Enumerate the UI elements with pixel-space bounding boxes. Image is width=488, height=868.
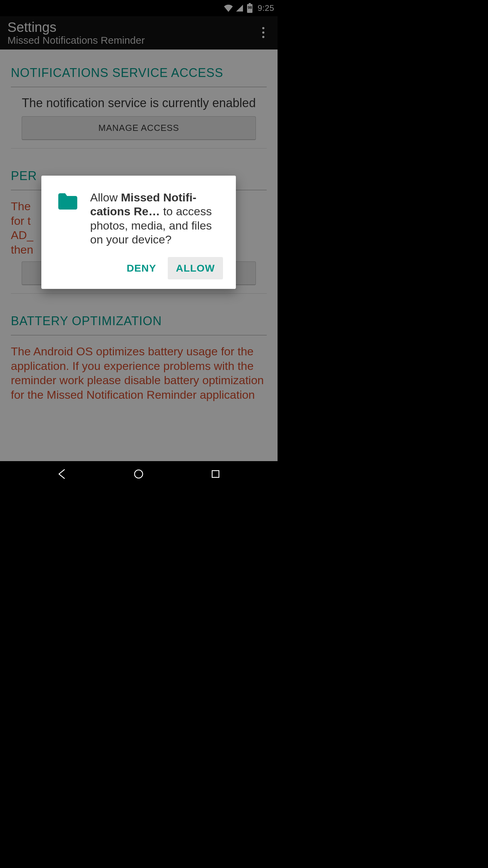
svg-point-3 xyxy=(262,32,264,34)
svg-point-5 xyxy=(135,470,143,478)
battery-percent: 98 xyxy=(246,5,253,9)
cell-signal-icon xyxy=(236,4,243,12)
dialog-actions: Deny Allow xyxy=(56,257,223,279)
app-bar-titles: Settings Missed Notifications Reminder xyxy=(7,20,255,46)
permission-dialog-message: Allow Missed Notifi­cations Re… to acces… xyxy=(90,191,223,247)
os-navigation-bar xyxy=(0,461,278,488)
home-icon xyxy=(134,469,144,480)
status-bar: 98 9:25 xyxy=(0,0,278,16)
nav-home-button[interactable] xyxy=(130,467,147,483)
status-clock: 9:25 xyxy=(258,3,274,13)
svg-point-2 xyxy=(262,27,264,29)
battery-icon: 98 xyxy=(246,3,253,13)
deny-button[interactable]: Deny xyxy=(119,257,164,279)
section-body-notification-access: The notification service is currently en… xyxy=(11,87,267,149)
manage-access-button[interactable]: MANAGE ACCESS xyxy=(22,116,256,140)
more-vert-icon xyxy=(262,27,265,40)
overflow-menu-button[interactable] xyxy=(255,25,271,41)
section-body-battery: The Android OS optimizes battery usage f… xyxy=(11,335,267,415)
svg-rect-6 xyxy=(212,471,219,477)
nav-back-button[interactable] xyxy=(54,467,70,483)
section-header-notification-access: NOTIFICATIONS SERVICE ACCESS xyxy=(11,56,267,87)
folder-icon xyxy=(56,192,78,214)
battery-warning-text: The Android OS optimizes battery usage f… xyxy=(11,344,267,402)
app-bar: Settings Missed Notifications Reminder xyxy=(0,16,278,50)
wifi-icon xyxy=(224,4,233,12)
back-icon xyxy=(56,468,68,481)
permission-dialog: Allow Missed Notifi­cations Re… to acces… xyxy=(41,176,236,289)
nav-recent-button[interactable] xyxy=(207,467,224,483)
dialog-message-prefix: Allow xyxy=(90,191,121,204)
app-bar-title: Settings xyxy=(7,20,255,34)
app-bar-subtitle: Missed Notifications Reminder xyxy=(7,35,255,46)
svg-rect-1 xyxy=(249,3,251,4)
allow-button[interactable]: Allow xyxy=(168,257,223,279)
recent-apps-icon xyxy=(211,469,220,480)
notification-service-status: The notification service is currently en… xyxy=(11,96,267,110)
svg-point-4 xyxy=(262,36,264,38)
section-battery-optimization: BATTERY OPTIMIZATION The Android OS opti… xyxy=(11,304,267,415)
section-notification-access: NOTIFICATIONS SERVICE ACCESS The notific… xyxy=(11,56,267,149)
device-frame: 98 9:25 Settings Missed Notifications Re… xyxy=(0,0,278,488)
section-header-battery: BATTERY OPTIMIZATION xyxy=(11,304,267,335)
